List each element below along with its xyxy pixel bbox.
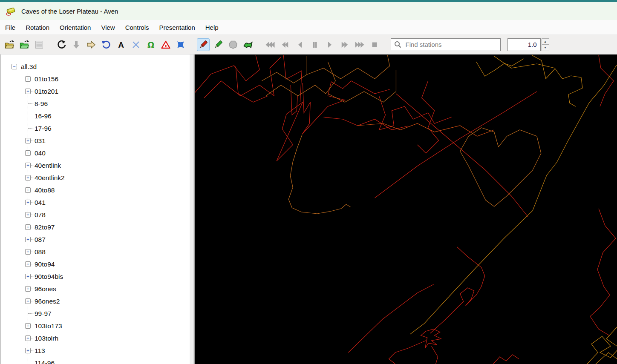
survey-leg [195, 55, 259, 93]
expand-toggle[interactable]: + [25, 89, 31, 94]
exported-points-icon [176, 40, 186, 50]
tree-item-label: 088 [35, 248, 46, 256]
pres-play-button [323, 38, 336, 51]
expand-toggle[interactable]: − [12, 64, 17, 69]
tree-item[interactable]: 16-96 [1, 110, 189, 122]
expand-toggle[interactable]: + [25, 150, 31, 156]
tree-item[interactable]: +103to173 [1, 320, 189, 332]
survey-canvas[interactable] [195, 54, 617, 364]
tree-item[interactable]: 114-96 [1, 357, 189, 364]
tree-item-label: 040 [35, 149, 46, 157]
tree-item[interactable]: 99-97 [1, 307, 189, 320]
expand-toggle[interactable]: + [25, 323, 31, 329]
tree-item[interactable]: +90to94 [1, 258, 189, 270]
super-fast-forward-icon [355, 40, 365, 50]
expand-toggle[interactable]: + [25, 187, 31, 193]
tree-item-label: 99-97 [35, 310, 52, 318]
terrain-button[interactable] [242, 38, 254, 51]
expand-toggle[interactable]: + [25, 348, 31, 353]
pres-step-back-button [294, 38, 306, 51]
tree-item[interactable]: +031 [1, 135, 189, 147]
menu-item-controls[interactable]: Controls [120, 20, 154, 34]
expand-toggle[interactable]: + [25, 163, 31, 168]
expand-toggle[interactable]: + [25, 224, 31, 230]
print-button [33, 38, 46, 51]
tree-item[interactable]: +82to97 [1, 221, 189, 233]
tree-item[interactable]: +040 [1, 147, 189, 159]
spin-down-button[interactable]: ▼ [542, 45, 549, 51]
exported-points-button[interactable] [174, 38, 187, 51]
expand-toggle[interactable]: + [25, 237, 31, 242]
search-input[interactable] [391, 38, 501, 51]
underground-legs-button[interactable] [197, 38, 210, 51]
default-view-button[interactable] [100, 38, 112, 51]
expand-toggle[interactable]: + [25, 274, 31, 279]
expand-toggle[interactable]: + [25, 286, 31, 292]
surface-legs-icon [213, 40, 223, 50]
tree-item[interactable]: +96ones2 [1, 295, 189, 307]
spin-up-button[interactable]: ▲ [542, 38, 549, 45]
open-button[interactable] [3, 38, 16, 51]
search-icon [394, 41, 402, 49]
expand-toggle[interactable]: + [25, 175, 31, 181]
expand-toggle[interactable]: + [25, 76, 31, 82]
tree-item[interactable]: 17-96 [1, 122, 189, 135]
expand-toggle[interactable]: + [25, 200, 31, 205]
expand-toggle[interactable]: + [25, 261, 31, 267]
rotation-toggle-button[interactable] [55, 38, 68, 51]
tree-item[interactable]: +90to94bis [1, 270, 189, 283]
svg-text:Ω: Ω [147, 40, 154, 49]
tree-item-label: 40entlink [35, 162, 61, 169]
terrain-icon [243, 40, 253, 50]
tree-item[interactable]: +01to201 [1, 85, 189, 97]
tree-item[interactable]: +96ones [1, 283, 189, 295]
menu-item-help[interactable]: Help [200, 20, 224, 34]
tree-item[interactable]: +103tolrh [1, 332, 189, 344]
survey-leg [396, 94, 528, 217]
open-presentation-button[interactable] [18, 38, 31, 51]
tree-item-label: 114-96 [35, 359, 55, 364]
expand-toggle[interactable]: + [25, 298, 31, 304]
tree-item[interactable]: −all.3d [1, 60, 189, 73]
tree-item-label: 8-96 [35, 100, 48, 108]
surface-legs-button[interactable] [212, 38, 225, 51]
tree-item[interactable]: +041 [1, 196, 189, 209]
tree-item-label: 078 [35, 211, 46, 219]
expand-toggle[interactable]: + [25, 212, 31, 218]
expand-toggle[interactable]: + [25, 249, 31, 255]
tree-item[interactable]: +087 [1, 233, 189, 246]
menu-item-view[interactable]: View [96, 20, 120, 34]
tree-item[interactable]: +078 [1, 209, 189, 221]
crosses-button[interactable] [130, 38, 142, 51]
scale-input[interactable] [507, 38, 541, 51]
menu-item-presentation[interactable]: Presentation [154, 20, 200, 34]
tree-item[interactable]: +01to156 [1, 73, 189, 85]
tree-connector [28, 313, 34, 314]
pres-stop-button [368, 38, 381, 51]
pres-fast-forward-button [338, 38, 351, 51]
station-names-button[interactable]: A [115, 38, 127, 51]
fast-forward-icon [340, 40, 350, 50]
tree-item[interactable]: +40entlink2 [1, 172, 189, 184]
splitter[interactable] [189, 54, 195, 364]
tree-item[interactable]: +088 [1, 246, 189, 258]
pres-pause-button [308, 38, 321, 51]
tree-item[interactable]: +40entlink [1, 159, 189, 172]
tree-item-label: 031 [35, 137, 46, 145]
menu-item-rotation[interactable]: Rotation [20, 20, 55, 34]
tree-item[interactable]: +113 [1, 344, 189, 357]
expand-toggle[interactable]: + [25, 138, 31, 143]
titlebar[interactable]: Caves of the Loser Plateau - Aven [0, 2, 617, 20]
menu-item-file[interactable]: File [0, 20, 20, 34]
rewind-icon [280, 40, 290, 50]
survey-leg [555, 68, 582, 106]
elevation-view-button[interactable] [85, 38, 98, 51]
tree-connector [28, 128, 34, 129]
entrances-button[interactable]: Ω [144, 38, 157, 51]
expand-toggle[interactable]: + [25, 335, 31, 341]
fixed-points-button[interactable] [159, 38, 172, 51]
menu-item-orientation[interactable]: Orientation [55, 20, 96, 34]
pause-icon [310, 40, 320, 50]
tree-item[interactable]: +40to88 [1, 184, 189, 196]
tree-item[interactable]: 8-96 [1, 97, 189, 110]
